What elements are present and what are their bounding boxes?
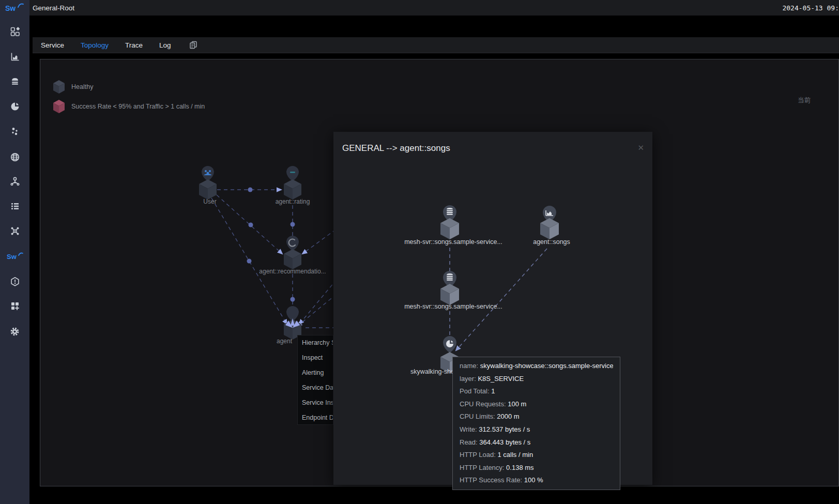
sidebar-item-list[interactable] bbox=[0, 197, 29, 215]
time-range-display[interactable]: 2024-05-13 09: bbox=[782, 4, 839, 12]
service-mesh-icon bbox=[9, 225, 21, 237]
tab-service[interactable]: Service bbox=[41, 41, 64, 49]
node-agent-rating[interactable] bbox=[286, 166, 299, 181]
node-agent-recommendation-label: agent::recommendatio... bbox=[259, 268, 326, 275]
node-agent-songs-label: agent bbox=[277, 338, 293, 345]
node-agent-rating-label: agent::rating bbox=[276, 198, 310, 205]
shield-alert-icon bbox=[10, 277, 20, 287]
context-menu: Hierarchy Se Inspect Alerting Service Da… bbox=[297, 335, 333, 425]
menu-item-alerting[interactable]: Alerting bbox=[298, 365, 333, 380]
modal-node-agent-songs-label: agent::songs bbox=[533, 238, 570, 246]
widgets-plus-icon bbox=[10, 301, 20, 311]
sidebar-item-database[interactable] bbox=[0, 72, 29, 90]
tooltip-row: CPU Limits: 2000 m bbox=[460, 410, 613, 423]
sidebar-item-kubernetes[interactable] bbox=[0, 173, 29, 190]
alert-cube-icon bbox=[53, 99, 65, 114]
sidebar-item-browser[interactable] bbox=[0, 148, 29, 166]
current-topology-label: 当前 bbox=[798, 96, 811, 105]
tooltip-row: HTTP Latency: 0.138 ms bbox=[460, 462, 613, 475]
sidebar-item-sampling[interactable] bbox=[0, 123, 29, 140]
scatter-dots-icon bbox=[10, 126, 20, 136]
tab-bar: Service Topology Trace Log bbox=[33, 37, 839, 53]
sidebar-item-metrics[interactable] bbox=[0, 48, 29, 66]
legend-healthy-label: Healthy bbox=[71, 83, 93, 90]
tooltip-row: CPU Requests: 100 m bbox=[460, 398, 613, 411]
sidebar-item-dashboard[interactable] bbox=[0, 23, 29, 40]
tooltip-row: Pod Total: 1 bbox=[460, 385, 613, 398]
menu-item-service-dashboard[interactable]: Service Das bbox=[298, 380, 333, 395]
dashboard-icon bbox=[10, 26, 20, 37]
legend-alert: Success Rate < 95% and Traffic > 1 calls… bbox=[53, 99, 205, 114]
tab-log[interactable]: Log bbox=[159, 41, 171, 49]
settings-gear-icon bbox=[9, 326, 20, 337]
bar-chart-icon bbox=[10, 52, 20, 62]
menu-item-hierarchy[interactable]: Hierarchy Se bbox=[298, 335, 333, 350]
documents-icon[interactable] bbox=[189, 40, 198, 50]
legend-alert-label: Success Rate < 95% and Traffic > 1 calls… bbox=[71, 103, 205, 110]
sidebar-item-settings[interactable] bbox=[0, 323, 29, 340]
tab-topology[interactable]: Topology bbox=[81, 41, 109, 49]
modal-node-skywalking-showcase[interactable] bbox=[443, 336, 456, 353]
tooltip-row: Read: 364.443 bytes / s bbox=[460, 436, 613, 449]
sidebar-item-alerting[interactable] bbox=[0, 273, 29, 291]
sidebar-item-widgets[interactable] bbox=[0, 297, 29, 315]
node-user[interactable] bbox=[202, 166, 214, 181]
logo-text: Sw bbox=[5, 4, 16, 12]
header-bar: General-Root 2024-05-13 09: bbox=[29, 0, 839, 16]
modal-node-mesh-svr-2-label: mesh-svr::songs.sample-service... bbox=[404, 303, 502, 310]
list-icon bbox=[10, 201, 20, 211]
menu-item-inspect[interactable]: Inspect bbox=[298, 350, 333, 365]
sidebar-item-pie[interactable] bbox=[0, 98, 29, 115]
healthy-cube-icon bbox=[53, 80, 65, 94]
modal-node-mesh-svr-1-label: mesh-svr::songs.sample-service... bbox=[404, 238, 502, 246]
database-icon bbox=[10, 76, 20, 86]
tab-trace[interactable]: Trace bbox=[125, 41, 143, 49]
tooltip-row: HTTP Success Rate: 100 % bbox=[460, 474, 613, 487]
tooltip-row: HTTP Load: 1 calls / min bbox=[460, 449, 613, 462]
app-logo[interactable]: Sw bbox=[4, 2, 26, 14]
sidebar-item-skywalking[interactable]: Sw bbox=[0, 248, 29, 265]
tooltip-row: Write: 312.537 bytes / s bbox=[460, 423, 613, 436]
globe-icon bbox=[10, 152, 20, 162]
skywalking-logo-icon: Sw bbox=[4, 2, 26, 14]
svg-text:Sw: Sw bbox=[7, 253, 17, 261]
page-title: General-Root bbox=[33, 4, 74, 12]
skywalking-self-icon: Sw bbox=[6, 251, 24, 262]
tooltip-row: name: skywalking-showcase::songs.sample-… bbox=[460, 360, 613, 373]
sidebar-item-service-mesh[interactable] bbox=[0, 222, 29, 240]
menu-item-service-instance[interactable]: Service Insta bbox=[298, 395, 333, 410]
pie-chart-icon bbox=[10, 101, 20, 112]
node-tooltip: name: skywalking-showcase::songs.sample-… bbox=[452, 357, 620, 490]
tooltip-row: layer: K8S_SERVICE bbox=[460, 373, 613, 386]
kubernetes-icon bbox=[9, 176, 21, 187]
node-agent-recommendation[interactable] bbox=[286, 236, 299, 251]
menu-item-endpoint[interactable]: Endpoint Da bbox=[298, 410, 333, 425]
node-user-label: User bbox=[203, 198, 216, 205]
modal-edges bbox=[450, 248, 547, 350]
sidebar: Sw bbox=[0, 0, 29, 504]
legend-healthy: Healthy bbox=[53, 80, 93, 94]
